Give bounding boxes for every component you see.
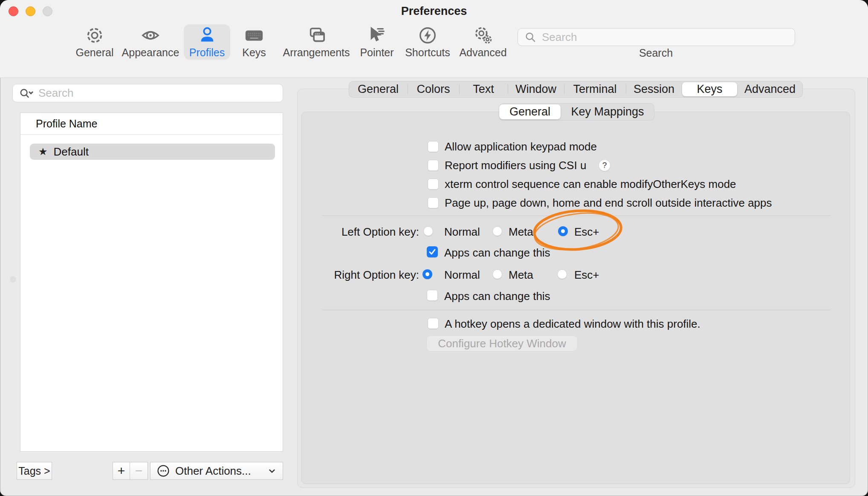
keys-subtabs: General Key Mappings [499,103,654,121]
profile-name: Default [54,145,89,159]
keyboard-icon [243,24,265,46]
tab-general[interactable]: General [349,81,408,98]
tab-advanced[interactable]: Advanced [737,81,803,98]
checkbox-label[interactable]: Allow application keypad mode [445,140,597,153]
checkbox-label[interactable]: xterm control sequence can enable modify… [445,178,736,191]
toolbar-item-label: Advanced [459,46,506,59]
toolbar-item-label: Appearance [122,46,179,59]
checkbox-left-apps-can-change[interactable] [427,246,438,257]
tab-session[interactable]: Session [626,81,682,98]
radio-label[interactable]: Normal [444,225,480,239]
column-header: Profile Name [36,118,98,130]
profile-tabs: General Colors Text Window Terminal Sess… [349,81,803,98]
window-title: Preferences [0,5,868,18]
checkbox-right-apps-can-change[interactable] [427,290,438,301]
toolbar-item-pointer[interactable]: Pointer [356,24,397,60]
left-option-key-label: Left Option key: [298,225,419,239]
divider [322,310,830,310]
checkbox-label[interactable]: Report modifiers using CSI u [445,159,586,172]
tab-terminal[interactable]: Terminal [564,81,626,98]
checkbox-label[interactable]: Apps can change this [444,290,550,303]
toolbar-item-shortcuts[interactable]: Shortcuts [402,24,453,60]
subtab-key-mappings[interactable]: Key Mappings [561,103,654,121]
toolbar-search-label: Search [518,47,794,59]
profile-list-header: Profile Name [20,113,283,135]
toolbar-item-label: Profiles [189,46,225,59]
profile-search-input[interactable] [38,86,269,100]
right-option-key-label: Right Option key: [298,268,419,282]
toolbar-item-arrangements[interactable]: Arrangements [282,24,350,60]
checkbox-modify-other-keys[interactable] [428,179,439,190]
configure-hotkey-window-button[interactable]: Configure Hotkey Window [426,335,578,352]
windows-icon [306,24,327,46]
tab-text[interactable]: Text [459,81,508,98]
toolbar-item-appearance[interactable]: Appearance [123,24,178,60]
checkbox-label[interactable]: A hotkey opens a dedicated window with t… [445,317,700,331]
radio-left-normal[interactable] [423,226,433,236]
add-profile-button[interactable]: + [113,462,130,480]
profile-row-default[interactable]: ★ Default [30,144,275,160]
help-button[interactable]: ? [599,159,610,171]
other-actions-dropdown[interactable]: Other Actions... [150,462,283,480]
toolbar-item-general[interactable]: General [71,24,119,60]
checkbox-keypad-mode[interactable] [428,141,439,152]
toolbar-item-advanced[interactable]: Advanced [457,24,509,60]
radio-label[interactable]: Normal [444,268,480,282]
star-icon: ★ [38,146,48,158]
radio-right-meta[interactable] [492,269,502,279]
toolbar-item-label: Pointer [360,46,393,59]
radio-label[interactable]: Meta [509,225,533,239]
tab-keys[interactable]: Keys [682,82,737,96]
bolt-circle-icon [418,24,437,46]
toolbar-item-label: Keys [242,46,266,59]
divider [322,216,830,216]
subtab-general[interactable]: General [499,104,561,119]
window-edge-dot [10,276,16,283]
search-chevron-icon [19,87,33,100]
profile-search-field[interactable] [12,84,283,102]
radio-left-esc[interactable] [558,226,568,236]
profile-list: Profile Name ★ Default [20,112,283,452]
radio-right-normal[interactable] [422,269,432,279]
person-icon [197,24,217,46]
tab-window[interactable]: Window [508,81,564,98]
checkbox-csi-u[interactable] [428,160,439,171]
titlebar-toolbar: Preferences General Appearance Profiles [0,0,868,78]
toolbar-item-label: General [76,46,114,59]
ellipsis-circle-icon [156,464,170,478]
tab-colors[interactable]: Colors [408,81,459,98]
preferences-window: Preferences General Appearance Profiles [0,0,868,496]
tags-button[interactable]: Tags > [17,462,52,480]
remove-profile-button[interactable]: − [130,462,148,480]
radio-left-meta[interactable] [492,226,502,236]
checkbox-hotkey-window[interactable] [428,318,439,329]
toolbar-item-label: Arrangements [283,46,350,59]
radio-right-esc[interactable] [557,269,567,279]
checkbox-scroll-outside-apps[interactable] [428,197,439,208]
toolbar-item-label: Shortcuts [405,46,450,59]
toolbar-search-field[interactable] [518,28,795,46]
toolbar-item-keys[interactable]: Keys [237,24,271,60]
gear-icon [85,24,104,46]
search-icon [524,31,537,43]
checkbox-label[interactable]: Apps can change this [444,246,550,260]
toolbar-item-profiles[interactable]: Profiles [184,24,230,60]
toolbar-search-input[interactable] [541,30,781,44]
radio-label[interactable]: Meta [509,268,533,282]
pointer-icon [367,24,387,46]
radio-label[interactable]: Esc+ [574,225,599,239]
checkbox-label[interactable]: Page up, page down, home and end scroll … [445,196,772,210]
radio-label[interactable]: Esc+ [574,268,599,282]
chevron-down-icon [266,465,278,476]
eye-icon [140,24,161,46]
gears-icon [472,24,494,46]
